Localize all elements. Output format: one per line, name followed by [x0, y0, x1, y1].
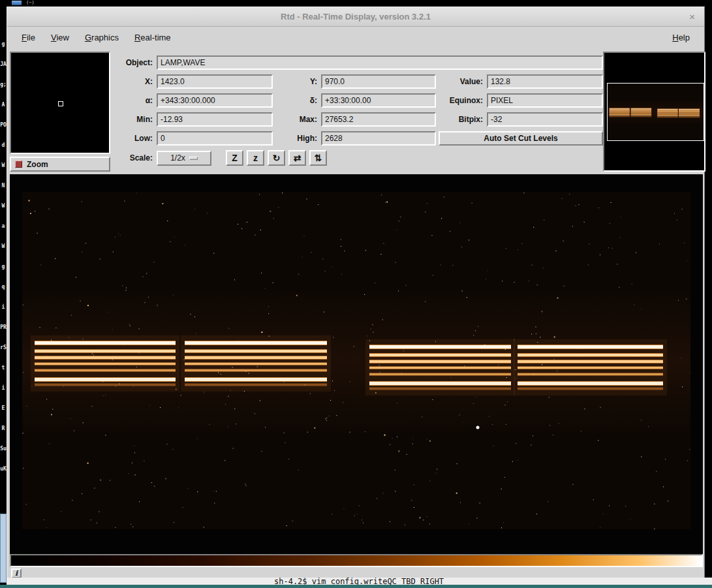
info-panel: Object: X: 1423.0 Y: 970.0 Value: 132.8 … — [114, 55, 603, 166]
y-value: 970.0 — [321, 74, 436, 89]
background-terminal-text-column: g JA g; A PO d W N W a W g q i PR rS t i… — [0, 34, 7, 479]
colorbar[interactable] — [10, 554, 703, 567]
menu-real-time[interactable]: Real-time — [127, 29, 179, 46]
menubar: File View Graphics Real-time Help — [7, 27, 704, 48]
scale-label: Scale: — [114, 153, 154, 162]
min-label: Min: — [114, 115, 154, 124]
dec-label: δ: — [275, 96, 318, 105]
background-terminal-scrollbar[interactable] — [0, 514, 7, 583]
rtd-window: Rtd - Real-Time Display, version 3.2.1 ×… — [7, 7, 705, 580]
info-button[interactable]: i — [11, 568, 22, 578]
zoom-toggle[interactable]: Zoom — [10, 157, 110, 172]
menu-help[interactable]: Help — [664, 29, 698, 46]
y-label: Y: — [275, 77, 318, 86]
desktop: (~) g JA g; A PO d W N W a W g q i PR rS… — [0, 0, 712, 588]
high-label: High: — [275, 134, 318, 143]
pan-thumbnail-canvas[interactable] — [607, 83, 704, 141]
ra-label: α: — [114, 96, 154, 105]
max-value: 27653.2 — [321, 112, 436, 127]
menu-graphics[interactable]: Graphics — [77, 29, 127, 46]
zoom-checkbox-indicator[interactable] — [15, 161, 22, 168]
zoom-in-button[interactable]: Z — [226, 150, 243, 166]
value-value: 132.8 — [487, 74, 603, 89]
background-window-title-fragment: (~) — [26, 0, 35, 5]
object-label: Object: — [114, 58, 154, 67]
max-label: Max: — [275, 115, 318, 124]
auto-set-cut-levels-button[interactable]: Auto Set Cut Levels — [439, 131, 603, 146]
image-canvas[interactable] — [22, 192, 690, 529]
high-cut-field[interactable] — [321, 131, 436, 146]
zoom-view — [10, 52, 110, 154]
object-field[interactable] — [157, 55, 603, 70]
low-label: Low: — [114, 134, 154, 143]
min-value: -12.93 — [157, 112, 273, 127]
equinox-label: Equinox: — [439, 96, 484, 105]
menu-file[interactable]: File — [14, 29, 43, 46]
value-label: Value: — [439, 77, 484, 86]
dec-value: +33:30:00.00 — [321, 93, 436, 108]
bitpix-label: Bitpix: — [439, 115, 484, 124]
bitpix-value: -32 — [487, 112, 603, 127]
background-window-icon — [12, 1, 22, 5]
x-value: 1423.0 — [157, 74, 273, 89]
option-menu-indicator-icon — [189, 157, 198, 160]
close-icon[interactable]: × — [689, 11, 695, 22]
scale-value: 1/2x — [170, 153, 185, 162]
background-terminal-edge — [0, 585, 712, 588]
scale-option-menu[interactable]: 1/2x — [157, 151, 211, 166]
equinox-value: PIXEL — [487, 93, 603, 108]
zoom-cursor-box — [58, 101, 63, 106]
low-cut-field[interactable] — [157, 131, 273, 146]
ra-value: +343:30:00.000 — [157, 93, 273, 108]
pan-view — [603, 52, 705, 172]
x-label: X: — [114, 77, 154, 86]
menu-view[interactable]: View — [43, 29, 77, 46]
image-frame — [10, 174, 703, 554]
window-title: Rtd - Real-Time Display, version 3.2.1 — [7, 7, 704, 27]
flip-x-icon[interactable]: ⇄ — [288, 150, 306, 166]
scale-toolbar: 1/2x Z z ↻ ⇄ ⇅ — [157, 150, 603, 166]
zoom-toggle-label: Zoom — [27, 160, 48, 169]
flip-y-icon[interactable]: ⇅ — [309, 150, 327, 166]
titlebar[interactable]: Rtd - Real-Time Display, version 3.2.1 × — [7, 7, 704, 27]
zoom-out-button[interactable]: z — [247, 150, 264, 166]
rotate-icon[interactable]: ↻ — [268, 150, 285, 166]
